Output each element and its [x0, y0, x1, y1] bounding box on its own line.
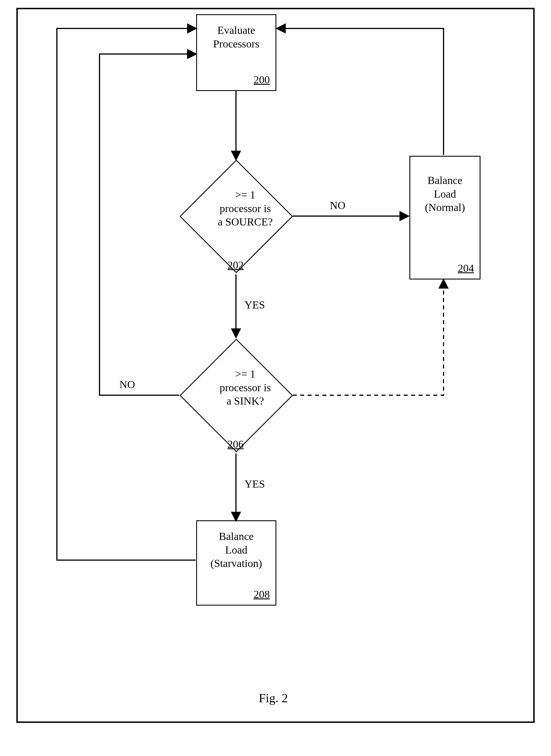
node-sink-decision: >= 1 processor is a SINK?: [180, 339, 293, 452]
label-sink-no: NO: [119, 378, 135, 391]
node-evaluate-ref: 200: [253, 73, 270, 86]
node-sink-ref: 206: [227, 438, 244, 450]
node-normal-line1: Balance: [428, 174, 462, 186]
node-source-line1: >= 1: [235, 189, 255, 201]
node-source-line3: a SOURCE?: [218, 216, 272, 228]
node-starvation-line2: Load: [225, 544, 247, 556]
node-source-line2: processor is: [219, 202, 271, 214]
svg-rect-0: [17, 9, 534, 722]
node-balance-normal: Balance Load (Normal) 204: [409, 156, 481, 279]
node-balance-starvation: Balance Load (Starvation) 208: [196, 520, 277, 606]
node-normal-line2: Load: [434, 188, 456, 200]
node-sink-line3: a SINK?: [226, 395, 264, 407]
label-source-no: NO: [330, 199, 346, 211]
node-normal-line3: (Normal): [425, 201, 465, 213]
label-source-yes: YES: [244, 298, 265, 311]
node-starvation-line3: (Starvation): [210, 557, 262, 569]
node-evaluate-line1: Evaluate: [217, 24, 255, 36]
node-evaluate-line2: Processors: [213, 38, 259, 50]
node-source-decision: >= 1 processor is a SOURCE?: [180, 160, 293, 273]
figure-caption: Fig. 2: [259, 691, 288, 705]
node-starvation-line1: Balance: [219, 530, 253, 542]
label-sink-yes: YES: [244, 478, 265, 490]
node-normal-ref: 204: [458, 262, 474, 274]
node-starvation-ref: 208: [253, 588, 270, 601]
node-sink-line2: processor is: [219, 382, 271, 394]
node-source-ref: 202: [227, 259, 244, 271]
node-evaluate-processors: Evaluate Processors 200: [196, 14, 277, 91]
node-sink-line1: >= 1: [235, 368, 255, 380]
flowchart-canvas: Evaluate Processors 200 >= 1 processor i…: [0, 0, 551, 756]
